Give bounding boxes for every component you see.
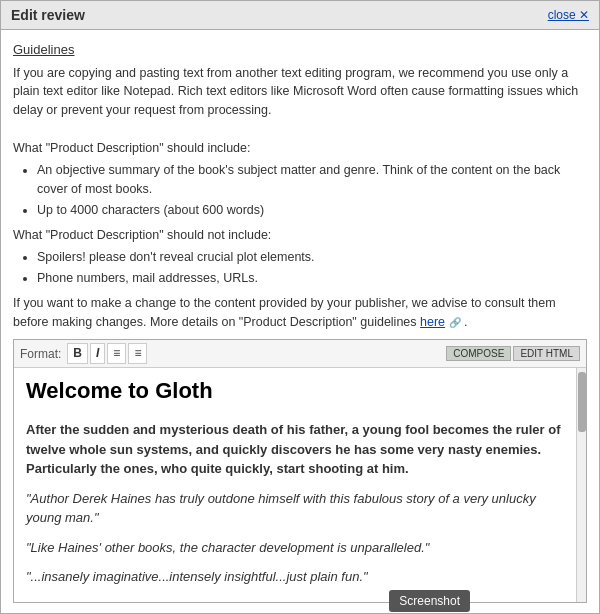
screenshot-tooltip: Screenshot	[389, 590, 470, 612]
ext-icon: 🔗	[449, 317, 461, 328]
content-title: Welcome to Gloth	[26, 378, 564, 404]
include-list: An objective summary of the book's subje…	[37, 161, 587, 219]
content-quote3: "...insanely imaginative...intensely ins…	[26, 567, 564, 587]
include-label: What "Product Description" should includ…	[13, 141, 250, 155]
edit-review-dialog: Edit review close ✕ Guidelines If you ar…	[0, 0, 600, 614]
format-label: Format:	[20, 347, 61, 361]
not-include-list: Spoilers! please don't reveal crucial pl…	[37, 248, 587, 288]
editor-container: Format: B I ≡ ≡ COMPOSE EDIT HTML Welcom…	[13, 339, 587, 603]
dialog-title: Edit review	[11, 7, 85, 23]
list-item: An objective summary of the book's subje…	[37, 161, 587, 199]
ordered-list-button[interactable]: ≡	[107, 343, 126, 364]
list-item: Spoilers! please don't reveal crucial pl…	[37, 248, 587, 267]
guidelines-here-link[interactable]: here	[420, 315, 445, 329]
compose-tab[interactable]: COMPOSE	[446, 346, 511, 361]
guidelines-section: Guidelines If you are copying and pastin…	[13, 40, 587, 331]
close-button[interactable]: close ✕	[548, 8, 589, 22]
guidelines-footer: If you want to make a change to the cont…	[13, 296, 556, 329]
editor-with-scrollbar: Welcome to Gloth After the sudden and my…	[14, 368, 586, 602]
footer-period: .	[464, 315, 467, 329]
edit-html-tab[interactable]: EDIT HTML	[513, 346, 580, 361]
list-item: Up to 4000 characters (about 600 words)	[37, 201, 587, 220]
content-paragraph1: After the sudden and mysterious death of…	[26, 420, 564, 479]
dialog-header: Edit review close ✕	[1, 1, 599, 30]
content-quote2: "Like Haines' other books, the character…	[26, 538, 564, 558]
editor-toolbar: Format: B I ≡ ≡ COMPOSE EDIT HTML	[14, 340, 586, 368]
scrollbar-thumb	[578, 372, 586, 432]
content-paragraph2: In a remarkable turn of events, a young …	[26, 597, 564, 602]
dialog-body: Guidelines If you are copying and pastin…	[1, 30, 599, 613]
list-item: Phone numbers, mail addresses, URLs.	[37, 269, 587, 288]
guidelines-intro: If you are copying and pasting text from…	[13, 66, 578, 118]
unordered-list-button[interactable]: ≡	[128, 343, 147, 364]
content-quote1: "Author Derek Haines has truly outdone h…	[26, 489, 564, 528]
not-include-label: What "Product Description" should not in…	[13, 228, 271, 242]
italic-button[interactable]: I	[90, 343, 105, 364]
bold-button[interactable]: B	[67, 343, 88, 364]
editor-content[interactable]: Welcome to Gloth After the sudden and my…	[14, 368, 576, 602]
scrollbar[interactable]	[576, 368, 586, 602]
guidelines-heading: Guidelines	[13, 40, 74, 60]
